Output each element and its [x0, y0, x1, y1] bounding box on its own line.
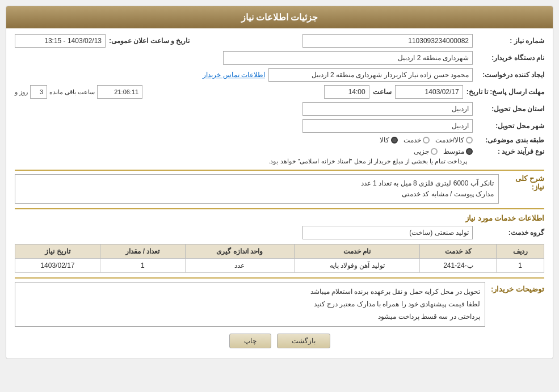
group-value: تولید صنعتی (ساخت): [409, 229, 469, 237]
city-input: اردبیل: [302, 119, 473, 133]
type-radio-small-label: جزیی: [414, 147, 429, 155]
radio-kala-icon: [391, 137, 398, 144]
col-unit: واحد اندازه گیری: [185, 245, 294, 259]
category-radio-kala-khadamat-label: کالا/خدمت: [435, 136, 464, 144]
remaining-days-value: 3: [40, 88, 43, 95]
province-input: اردبیل: [302, 102, 473, 116]
need-number-label: شماره نیاز :: [476, 37, 544, 45]
announce-date-label: تاریخ و ساعت اعلان عمومی:: [109, 37, 190, 45]
remaining-time-value: 21:06:11: [114, 88, 138, 95]
table-cell-code: ب-24-241: [420, 259, 497, 273]
creator-label: ایجاد کننده درخواست:: [476, 71, 544, 79]
remaining-time-row: 21:06:11 ساعت باقی مانده 3 روز و: [15, 85, 142, 99]
need-desc-line2: مدارک پیوست / مشابه کد خدمتی: [20, 189, 494, 200]
remaining-days-input: 3: [30, 85, 47, 99]
city-label: شهر محل تحویل:: [476, 122, 544, 130]
col-code: کد خدمت: [420, 245, 497, 259]
col-name: نام خدمت: [294, 245, 420, 259]
creator-input: محمود حسن زاده نیار کاربردار شهرداری منط…: [268, 68, 473, 82]
page-title: جزئیات اطلاعات نیاز: [241, 12, 318, 22]
province-value: اردبیل: [452, 105, 469, 113]
services-title: اطلاعات خدمات مورد نیاز: [15, 214, 544, 222]
category-radio-khadamat-label: خدمت: [404, 136, 421, 144]
remaining-days-label: روز و: [15, 88, 28, 96]
city-value: اردبیل: [452, 122, 469, 130]
type-radio-group: متوسط جزیی: [268, 147, 473, 155]
category-radio-group: کالا/خدمت خدمت کالا: [380, 136, 473, 144]
send-date-input: 1403/02/17: [395, 85, 463, 99]
type-radio-small[interactable]: جزیی: [414, 147, 438, 155]
radio-small-icon: [431, 148, 438, 155]
page-header: جزئیات اطلاعات نیاز: [6, 6, 553, 28]
creator-value: محمود حسن زاده نیار کاربردار شهرداری منط…: [312, 71, 469, 79]
announce-date-input: 1403/02/13 - 13:15: [15, 34, 106, 48]
buyer-notes-row: توضیحات خریدار: تحویل در محل کرایه حمل و…: [15, 282, 544, 327]
section-divider-3: [15, 277, 544, 279]
need-number-value: 1103093234000082: [408, 37, 469, 45]
type-label: نوع فرآیند خرید :: [476, 147, 544, 155]
group-input: تولید صنعتی (ساخت): [302, 226, 473, 239]
section-divider-2: [15, 208, 544, 209]
section-divider-1: [15, 170, 544, 171]
table-row: 1ب-24-241تولید آهن وفولاد پایهعدد11403/0…: [15, 259, 544, 273]
category-radio-khadamat[interactable]: خدمت: [404, 136, 430, 144]
buyer-org-input: شهرداری منطقه 2 اردبیل: [223, 51, 473, 65]
buyer-notes-line2: لطفا قیمت پیشنهادی خود را همراه با مدارک…: [20, 298, 480, 311]
type-radio-medium[interactable]: متوسط: [443, 147, 473, 155]
send-time-value: 14:00: [348, 88, 365, 96]
type-note: پرداخت تمام یا بخشی از مبلغ خریدار از مح…: [268, 158, 467, 165]
buyer-notes-text: تحویل در محل کرایه حمل و نقل برعهده برند…: [15, 282, 485, 327]
table-cell-date: 1403/02/17: [15, 259, 100, 273]
creator-link[interactable]: اطلاعات تماس خریدار: [203, 71, 265, 79]
buyer-notes-line3: پرداختی در سه قسط پرداخت میشود: [20, 311, 480, 323]
col-date: تاریخ نیاز: [15, 245, 100, 259]
remaining-label: ساعت باقی مانده: [49, 88, 95, 96]
need-description-text: تانکر آب 6000 لیتری فلزی 8 میل به تعداد …: [15, 174, 499, 204]
services-section: اطلاعات خدمات مورد نیاز گروه خدمت: تولید…: [15, 214, 544, 273]
col-row: ردیف: [497, 245, 544, 259]
col-quantity: تعداد / مقدار: [100, 245, 185, 259]
radio-medium-icon: [466, 148, 473, 155]
radio-kala-khadamat-icon: [466, 137, 473, 144]
table-cell-row: 1: [497, 259, 544, 273]
back-button[interactable]: بازگشت: [277, 334, 330, 348]
radio-khadamat-icon: [423, 137, 430, 144]
buyer-org-label: نام دستگاه خریدار:: [476, 54, 544, 62]
send-date-label: مهلت ارسال پاسخ: تا تاریخ:: [466, 88, 544, 96]
group-label: گروه خدمت:: [476, 229, 544, 237]
province-label: استان محل تحویل:: [476, 105, 544, 113]
category-radio-kala-label: کالا: [380, 136, 389, 144]
category-label: طبقه بندی موضوعی:: [476, 136, 544, 144]
announce-date-value: 1403/02/13 - 13:15: [44, 37, 102, 45]
buyer-notes-line1: تحویل در محل کرایه حمل و نقل برعهده برند…: [20, 286, 480, 298]
button-row: بازگشت چاپ: [15, 334, 544, 348]
need-description-title: شرح کلی نیاز:: [505, 174, 544, 191]
type-radio-medium-label: متوسط: [443, 147, 464, 155]
send-date-value: 1403/02/17: [425, 88, 459, 96]
table-cell-quantity: 1: [100, 259, 185, 273]
services-table: ردیف کد خدمت نام خدمت واحد اندازه گیری ت…: [15, 244, 544, 273]
category-radio-kala-khadamat[interactable]: کالا/خدمت: [435, 136, 473, 144]
send-time-label: ساعت: [373, 88, 392, 96]
need-desc-line1: تانکر آب 6000 لیتری فلزی 8 میل به تعداد …: [20, 178, 494, 189]
buyer-notes-label: توضیحات خریدار:: [491, 282, 544, 293]
send-time-input: 14:00: [324, 85, 369, 99]
buyer-org-value: شهرداری منطقه 2 اردبیل: [398, 54, 469, 62]
table-cell-name: تولید آهن وفولاد پایه: [294, 259, 420, 273]
need-number-input: 1103093234000082: [302, 34, 473, 48]
print-button[interactable]: چاپ: [229, 334, 271, 348]
category-radio-kala[interactable]: کالا: [380, 136, 398, 144]
table-cell-unit: عدد: [185, 259, 294, 273]
remaining-time-input: 21:06:11: [97, 85, 142, 99]
